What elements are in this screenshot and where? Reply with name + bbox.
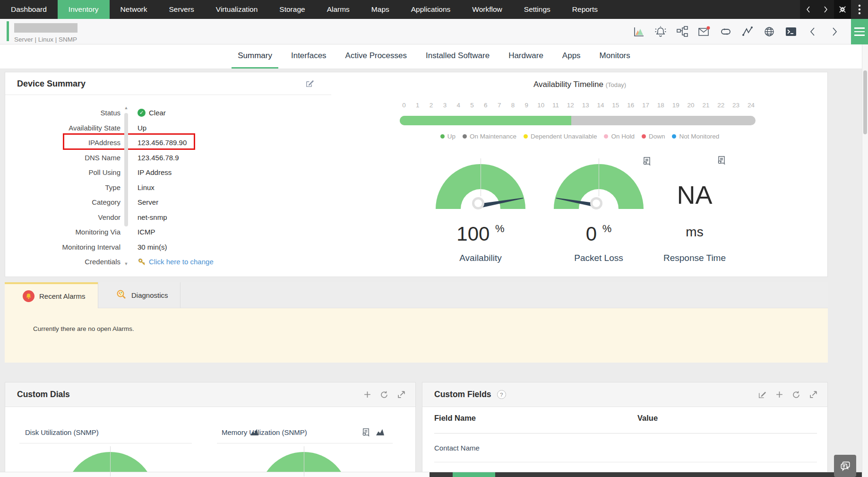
report-icon[interactable] — [361, 428, 371, 436]
alarm-bell-icon[interactable] — [653, 25, 668, 39]
mail-icon[interactable] — [697, 25, 711, 39]
field-label: Monitoring Interval — [5, 243, 120, 251]
nav-item-workflow[interactable]: Workflow — [461, 0, 513, 19]
expand-icon[interactable] — [808, 390, 818, 399]
tab-monitors[interactable]: Monitors — [593, 44, 636, 69]
column-value: Value — [637, 414, 817, 423]
custom-fields-panel: Custom Fields ? Field Name Value Contact… — [422, 382, 828, 477]
fields-scrollbar[interactable]: ▲ ▼ — [123, 105, 129, 266]
chevron-right-icon[interactable] — [827, 25, 842, 39]
legend-dot — [524, 134, 528, 139]
nav-chevron-left-icon[interactable] — [800, 0, 817, 19]
area-chart-icon[interactable] — [632, 25, 646, 39]
field-value: Linux — [138, 183, 155, 191]
scroll-up-icon[interactable]: ▲ — [123, 105, 129, 110]
hour-label: 0 — [401, 102, 407, 109]
nav-item-network[interactable]: Network — [110, 0, 158, 19]
link-loop-icon[interactable] — [719, 25, 733, 39]
hour-label: 1 — [415, 102, 421, 109]
hour-label: 5 — [469, 102, 475, 109]
custom-fields-columns: Field Name Value — [434, 414, 817, 423]
legend-label: Down — [649, 133, 665, 140]
report-icon[interactable] — [642, 156, 652, 168]
field-label: DNS Name — [5, 154, 120, 162]
timeline-title-text: Availability Timeline — [533, 80, 603, 89]
chevron-left-icon[interactable] — [806, 25, 820, 39]
edit-icon[interactable] — [757, 390, 767, 399]
diagnostics-magnifier-icon — [116, 289, 127, 302]
page-scrollbar[interactable] — [862, 44, 868, 477]
nav-item-dashboard[interactable]: Dashboard — [0, 0, 58, 19]
scrollbar-thumb[interactable] — [863, 70, 867, 134]
field-value: ICMP — [138, 228, 155, 236]
area-chart-mini-icon[interactable] — [376, 428, 385, 436]
report-icon[interactable] — [717, 156, 726, 167]
menu-button[interactable] — [851, 19, 868, 44]
nav-item-virtualization[interactable]: Virtualization — [205, 0, 268, 19]
toolbar-icons — [632, 19, 842, 44]
key-icon — [138, 258, 146, 266]
gauge-tick — [481, 158, 481, 196]
alarm-bell-badge-icon — [23, 290, 34, 302]
field-value: ✓Clear — [138, 109, 166, 117]
expand-icon[interactable] — [396, 390, 406, 399]
top-nav: DashboardInventoryNetworkServersVirtuali… — [0, 0, 868, 19]
custom-fields-rows: Contact NameDepartmentNOC — [434, 434, 817, 477]
tab-recent-alarms[interactable]: Recent Alarms — [5, 282, 98, 308]
nav-item-storage[interactable]: Storage — [268, 0, 316, 19]
refresh-icon[interactable] — [791, 390, 801, 399]
add-icon[interactable] — [362, 390, 372, 399]
field-value: 123.456.78.9 — [138, 154, 179, 162]
credentials-change-link[interactable]: Click here to change — [149, 258, 214, 266]
tab-active-processes[interactable]: Active Processes — [339, 44, 413, 69]
workflow-diagram-icon[interactable] — [675, 25, 689, 39]
help-icon[interactable]: ? — [497, 390, 506, 399]
kebab-menu-icon[interactable] — [851, 0, 868, 19]
panel-actions — [757, 390, 818, 399]
tab-apps[interactable]: Apps — [556, 44, 587, 69]
hour-label: 6 — [483, 102, 489, 109]
tab-hardware[interactable]: Hardware — [502, 44, 550, 69]
tab-summary[interactable]: Summary — [232, 44, 278, 69]
nav-item-maps[interactable]: Maps — [361, 0, 400, 19]
nav-item-alarms[interactable]: Alarms — [316, 0, 361, 19]
refresh-icon[interactable] — [379, 390, 389, 399]
legend-dot — [642, 134, 646, 139]
scrollbar-thumb[interactable] — [124, 113, 128, 226]
feedback-chat-button[interactable] — [834, 455, 856, 477]
field-label: Credentials — [5, 258, 120, 266]
scroll-down-icon[interactable]: ▼ — [123, 261, 129, 266]
terminal-icon[interactable] — [784, 25, 798, 39]
timeline-bar[interactable] — [400, 116, 756, 125]
nav-chevron-group — [800, 0, 834, 19]
globe-icon[interactable] — [762, 25, 776, 39]
nav-item-settings[interactable]: Settings — [513, 0, 561, 19]
hour-label: 21 — [702, 102, 709, 109]
nav-item-reports[interactable]: Reports — [561, 0, 609, 19]
nav-item-applications[interactable]: Applications — [400, 0, 462, 19]
pulse-line-icon[interactable] — [740, 25, 755, 39]
hour-label: 16 — [627, 102, 634, 109]
hour-label: 8 — [510, 102, 516, 109]
field-row-type: TypeLinux — [5, 180, 331, 195]
tab-installed-software[interactable]: Installed Software — [420, 44, 496, 69]
nav-item-servers[interactable]: Servers — [158, 0, 205, 19]
hour-label: 2 — [429, 102, 434, 109]
edit-icon[interactable] — [305, 79, 314, 90]
nav-controls — [800, 0, 868, 19]
custom-dials-title: Custom Dials — [17, 390, 70, 399]
timeline-up-fill — [400, 116, 571, 125]
add-icon[interactable] — [774, 390, 784, 399]
field-label: Poll Using — [5, 168, 120, 176]
dial-label: Memory Utilization (SNMP) — [222, 428, 307, 436]
memory-dial-header: Memory Utilization (SNMP) — [222, 426, 385, 438]
nav-chevron-right-icon[interactable] — [817, 0, 834, 19]
tab-interfaces[interactable]: Interfaces — [285, 44, 333, 69]
nav-item-inventory[interactable]: Inventory — [58, 0, 110, 19]
tab-diagnostics[interactable]: Diagnostics — [98, 282, 180, 308]
hour-label: 13 — [582, 102, 589, 109]
compress-icon[interactable] — [834, 0, 851, 19]
ipaddress-highlight-box — [63, 133, 195, 150]
legend-label: Dependent Unavailable — [531, 133, 597, 140]
availability-value: 100 % — [433, 223, 528, 245]
